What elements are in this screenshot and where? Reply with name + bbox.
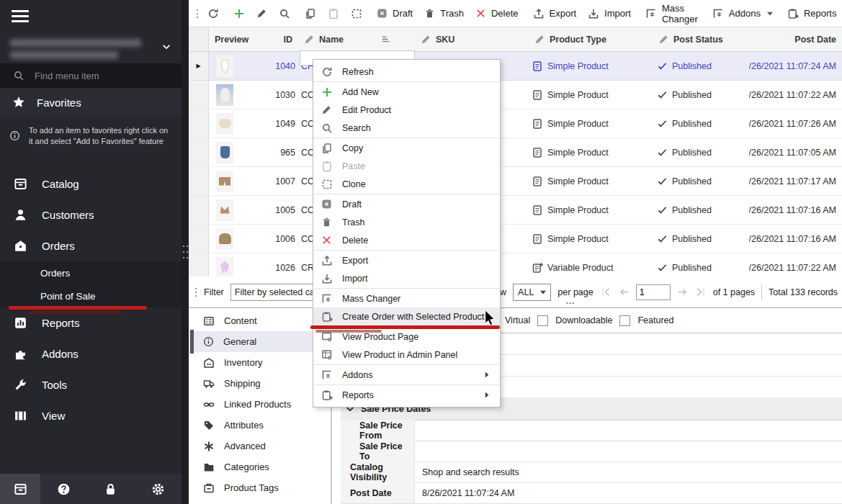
cell-id[interactable]: 1030 <box>269 90 298 100</box>
column-header-post-status[interactable]: Post Status <box>653 34 749 45</box>
column-header-label[interactable]: Preview <box>215 35 248 45</box>
sidebar-item-orders[interactable]: Orders <box>0 230 182 261</box>
cell-post-date[interactable]: 8/26/2021 11:07:16 AM <box>749 205 842 215</box>
lock-icon[interactable] <box>104 482 117 496</box>
page-number-input[interactable] <box>636 284 671 300</box>
field-value[interactable]: Shop and search results <box>415 462 842 482</box>
cell-post-status[interactable]: Published <box>653 204 749 215</box>
last-page-icon[interactable] <box>694 287 707 297</box>
menu-item-addons[interactable]: Addons <box>313 366 500 384</box>
sidebar-subitem-orders[interactable]: Orders <box>0 261 182 284</box>
cell-id[interactable]: 1006 <box>269 234 298 244</box>
cell-product-type[interactable]: Simple Product <box>529 176 653 187</box>
cell-preview[interactable] <box>209 84 269 106</box>
tab-content[interactable]: Content <box>189 310 331 331</box>
tab-categories[interactable]: Categories <box>189 456 331 477</box>
table-row[interactable]: 1030CCSimple ProductPublished8/26/2021 1… <box>189 81 842 109</box>
tab-linked-products[interactable]: Linked Products <box>189 394 331 415</box>
cell-preview[interactable] <box>209 199 269 221</box>
row-selector[interactable] <box>189 138 209 166</box>
prev-page-icon[interactable] <box>619 287 630 297</box>
cell-post-status[interactable]: Published <box>653 147 749 158</box>
field-value[interactable]: 8/26/2021 11:07:24 AM <box>415 482 842 503</box>
row-selector[interactable] <box>189 167 209 195</box>
next-page-icon[interactable] <box>677 287 688 297</box>
table-row[interactable]: ▶1040CHSimple ProductPublished8/26/2021 … <box>189 52 842 81</box>
cell-product-type[interactable]: Simple Product <box>529 233 653 245</box>
question-icon[interactable] <box>57 482 71 496</box>
column-header-sku[interactable]: SKU <box>415 34 529 45</box>
tab-general[interactable]: General <box>189 331 331 352</box>
field-value[interactable] <box>415 420 842 441</box>
row-selector[interactable] <box>189 196 209 224</box>
sort-asc-icon[interactable] <box>381 35 390 43</box>
column-header-label[interactable]: SKU <box>436 35 454 45</box>
menu-item-refresh[interactable]: Refresh <box>313 63 500 81</box>
add-new-button[interactable] <box>228 3 251 24</box>
cell-post-date[interactable]: 8/26/2021 11:07:16 AM <box>749 234 842 244</box>
refresh-button[interactable] <box>202 3 225 24</box>
sidebar-item-view[interactable]: View <box>0 400 182 431</box>
bottom-bar-active-segment[interactable] <box>0 474 40 504</box>
menu-item-reports[interactable]: Reports <box>313 386 500 404</box>
table-row[interactable]: 1006CCSimple ProductPublished8/26/2021 1… <box>189 225 842 253</box>
cell-preview[interactable] <box>209 55 269 77</box>
cell-id[interactable]: 965 <box>269 148 298 158</box>
gear-icon[interactable] <box>151 482 165 496</box>
column-header-label[interactable]: Product Type <box>550 35 606 45</box>
cell-id[interactable]: 1007 <box>269 176 298 186</box>
cell-post-date[interactable]: 8/26/2021 11:07:17 AM <box>749 176 842 186</box>
cell-product-type[interactable]: Variable Product <box>529 262 653 274</box>
cell-preview[interactable] <box>209 171 269 192</box>
cell-post-status[interactable]: Published <box>653 118 749 129</box>
checkbox[interactable] <box>537 315 548 326</box>
sidebar-splitter[interactable] <box>182 0 189 504</box>
cell-product-type[interactable]: Simple Product <box>529 118 653 130</box>
trash-button[interactable]: Trash <box>418 3 470 24</box>
column-header-preview[interactable]: Preview <box>209 35 269 45</box>
cell-post-status[interactable]: Published <box>653 89 749 100</box>
column-header-name[interactable]: Name <box>298 34 415 45</box>
menu-item-edit-product[interactable]: Edit Product <box>313 101 500 119</box>
search-button[interactable] <box>273 3 296 24</box>
tab-shipping[interactable]: Shipping <box>189 373 331 394</box>
tab-product-tags[interactable]: Product Tags <box>189 477 331 498</box>
archive-icon[interactable] <box>14 482 27 496</box>
sidebar-item-tools[interactable]: Tools <box>0 369 182 400</box>
tab-advanced[interactable]: Advanced <box>189 436 331 456</box>
cell-post-status[interactable]: Published <box>653 176 749 186</box>
row-selector[interactable] <box>189 109 209 138</box>
clone-button[interactable] <box>345 3 368 24</box>
addons-button[interactable]: Addons <box>707 3 779 24</box>
menu-item-view-product-in-admin-panel[interactable]: View Product in Admin Panel <box>313 346 500 364</box>
cell-post-date[interactable]: 8/26/2021 11:07:26 AM <box>749 119 842 129</box>
sidebar-item-catalog[interactable]: Catalog <box>0 168 182 199</box>
export-button[interactable]: Export <box>527 3 583 24</box>
cell-id[interactable]: 1005 <box>269 205 298 215</box>
cell-preview[interactable] <box>209 228 269 250</box>
menu-item-mass-changer[interactable]: Mass Changer <box>313 289 500 307</box>
dots-vertical-icon[interactable] <box>193 8 202 19</box>
table-row[interactable]: 1049CCSimple ProductPublished8/26/2021 1… <box>189 109 842 138</box>
menu-item-search[interactable]: Search <box>313 119 500 137</box>
column-header-id[interactable]: ID <box>269 35 298 45</box>
table-row[interactable]: 1005CCSimple ProductPublished8/26/2021 1… <box>189 196 842 225</box>
cell-preview[interactable] <box>209 142 269 163</box>
copy-button[interactable] <box>299 3 322 24</box>
column-header-product-type[interactable]: Product Type <box>529 34 653 45</box>
menu-item-delete[interactable]: Delete <box>313 231 500 249</box>
sidebar-item-customers[interactable]: Customers <box>0 199 182 230</box>
row-selector[interactable] <box>189 81 209 109</box>
menu-item-export[interactable]: Export <box>313 251 500 269</box>
sidebar-item-favorites[interactable]: Favorites <box>0 88 182 117</box>
menu-item-add-new[interactable]: Add New <box>313 83 500 101</box>
menu-item-clone[interactable]: Clone <box>313 175 500 193</box>
cell-post-date[interactable]: 8/26/2021 11:07:24 AM <box>749 61 842 71</box>
menu-item-copy[interactable]: Copy <box>313 139 500 157</box>
row-selector[interactable]: ▶ <box>189 52 209 80</box>
column-header-label[interactable]: ID <box>284 35 293 45</box>
sidebar-search[interactable]: Find menu item <box>0 63 182 88</box>
cell-product-type[interactable]: Simple Product <box>529 147 653 158</box>
column-header-label[interactable]: Name <box>319 35 344 45</box>
splitter-handle-icon[interactable] <box>183 246 188 261</box>
